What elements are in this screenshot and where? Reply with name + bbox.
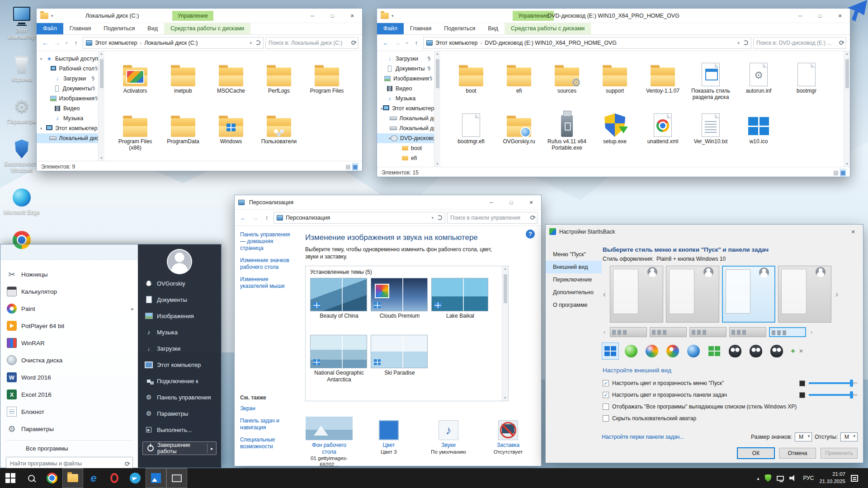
up-button[interactable]: ↑ — [411, 38, 421, 48]
nav-item-Этот компьютер[interactable]: ▾Этот компьютер — [377, 103, 434, 113]
thumbnails-view-icon[interactable]: ▦ — [840, 169, 845, 176]
taskbar-style-tile[interactable] — [689, 327, 726, 337]
personalization-item-screensaver[interactable]: ЗаставкаОтсутствует — [484, 417, 532, 468]
file-item-setup.exe[interactable]: setup.exe — [592, 111, 637, 161]
minimize-button[interactable]: ─ — [790, 9, 810, 23]
taskbar-chrome[interactable] — [42, 468, 62, 488]
tab-Вид[interactable]: Вид — [141, 23, 164, 34]
style-tile[interactable] — [666, 266, 719, 323]
nav-item-Этот компьютер[interactable]: ▾Этот компьютер — [37, 123, 98, 133]
start-menu-item-Калькулятор[interactable]: Калькулятор — [0, 283, 138, 300]
file-item-autorun.inf[interactable]: autorun.inf — [736, 60, 781, 111]
checkbox[interactable]: ✓ — [603, 392, 609, 398]
nav-item-Музыка[interactable]: Музыка — [377, 94, 434, 103]
start-button-option-alien2[interactable] — [747, 343, 764, 360]
address-bar[interactable]: Персонализация ▾ — [274, 212, 445, 224]
drive-tools-badge[interactable]: Управление — [172, 11, 213, 21]
add-start-button-icon[interactable]: + — [791, 347, 795, 356]
address-bar[interactable]: Этот компьютер › DVD-дисковод (E:) WIN10… — [423, 37, 751, 49]
taskbar-style-tile[interactable] — [610, 327, 647, 337]
desktop-icon-edge[interactable]: Microsoft Edge — [2, 187, 42, 216]
desktop-icon-this-pc[interactable]: Этот компьютер — [2, 5, 42, 41]
breadcrumb-current[interactable]: Локальный диск (C:) — [144, 40, 198, 46]
address-dropdown-icon[interactable]: ▾ — [250, 41, 252, 45]
up-button[interactable]: ↑ — [262, 212, 272, 223]
taskbar-telegram[interactable] — [125, 468, 146, 488]
start-menu-right-Загрузки[interactable]: Загрузки — [138, 340, 221, 357]
desktop-icon-recycle-bin[interactable]: Корзина — [2, 54, 42, 83]
see-also-link[interactable]: Экран — [240, 405, 294, 412]
shutdown-options-icon[interactable]: ▸ — [208, 446, 216, 451]
sidebar-link[interactable]: Изменение значков рабочего стола — [240, 257, 294, 271]
slider-thumb[interactable] — [850, 380, 853, 387]
sidebar-link[interactable]: Панель управления — домашняя страница — [240, 231, 294, 252]
next-taskbar-styles-icon[interactable]: › — [809, 329, 814, 335]
thumbnails-view-icon[interactable]: ▦ — [353, 164, 358, 170]
titlebar[interactable]: ▾ Управление DVD-дисковод (E:) WIN10_X64… — [377, 9, 850, 23]
start-button-option-sphere-blue[interactable] — [685, 343, 702, 360]
taskbar-style-tile[interactable] — [769, 327, 806, 337]
minimize-button[interactable]: ─ — [302, 9, 322, 23]
file-item-OVGorskiy.ru[interactable]: OVGorskiy.ru — [496, 111, 542, 161]
nav-item-Музыка[interactable]: Музыка — [37, 113, 98, 123]
start-menu-item-Параметры[interactable]: Параметры — [0, 420, 138, 437]
nav-item-Видео[interactable]: Видео — [37, 103, 98, 113]
volume-tray-icon[interactable] — [789, 475, 797, 481]
start-button-option-alien1[interactable] — [726, 343, 744, 360]
personalization-item-color[interactable]: ЦветЦвет 3 — [365, 417, 413, 468]
file-item-Windows[interactable]: Windows — [208, 111, 254, 161]
start-button[interactable] — [0, 468, 21, 488]
theme-National Geographic Antarctica[interactable]: National Geographic Antarctica — [310, 335, 368, 392]
taskbar-photos[interactable] — [146, 468, 166, 488]
start-button-option-win10[interactable] — [602, 343, 619, 360]
transparency-slider[interactable] — [809, 394, 858, 396]
style-tile[interactable] — [722, 266, 775, 323]
file-item-boot[interactable]: boot — [448, 60, 494, 111]
prev-styles-icon[interactable]: ‹ — [602, 290, 607, 299]
start-menu-right-Подключение к[interactable]: Подключение к — [138, 373, 221, 389]
nav-item-efi[interactable]: efi — [377, 153, 434, 163]
theme-Ski Paradise[interactable]: Ski Paradise — [371, 335, 429, 392]
maximize-button[interactable]: □ — [810, 9, 830, 23]
refresh-icon[interactable] — [437, 215, 442, 220]
cancel-button[interactable]: Отмена — [779, 448, 816, 459]
up-button[interactable]: ↑ — [71, 38, 81, 48]
start-menu-right-Этот компьютер[interactable]: Этот компьютер — [138, 357, 221, 373]
search-box[interactable]: Поиск в: Локальный диск (C:) — [265, 37, 359, 49]
start-menu-item-Excel 2016[interactable]: Excel 2016 — [0, 386, 138, 403]
nav-item-Документы[interactable]: Документы — [37, 84, 98, 94]
search-box[interactable]: Поиск в: DVD-дисковод (E:) ... — [753, 37, 846, 49]
icon-size-dropdown[interactable]: М — [795, 432, 812, 441]
titlebar[interactable]: ▾ Локальный диск (C:) Управление ─ □ ✕ — [37, 9, 362, 23]
theme-Lake Baikal[interactable]: Lake Baikal — [431, 278, 489, 335]
clock[interactable]: 21:07 21.10.2025 — [819, 471, 845, 485]
theme-Beauty of China[interactable]: Beauty of China — [310, 278, 368, 335]
close-button[interactable]: ✕ — [342, 9, 362, 23]
address-dropdown-icon[interactable]: ▾ — [431, 216, 434, 220]
start-menu-right-Музыка[interactable]: Музыка — [138, 324, 221, 340]
nav-item-Локальный дис[interactable]: Локальный дис — [377, 113, 434, 123]
scrollbar-thumb[interactable] — [504, 274, 507, 303]
maximize-button[interactable]: □ — [322, 9, 342, 23]
slider-thumb[interactable] — [850, 391, 853, 399]
tab-Файл[interactable]: Файл — [377, 23, 404, 34]
tab-Средства работы с дисками[interactable]: Средства работы с дисками — [505, 23, 591, 34]
maximize-button[interactable]: □ — [501, 195, 521, 210]
close-button[interactable]: ✕ — [830, 9, 850, 23]
close-button[interactable]: ✕ — [521, 195, 541, 210]
file-list-scrollbar[interactable]: ▲▼ — [844, 51, 850, 167]
address-dropdown-icon[interactable]: ▾ — [737, 41, 740, 45]
themes-scrollbar[interactable]: ▲▼ — [502, 266, 508, 401]
tab-Вид[interactable]: Вид — [481, 23, 505, 34]
recent-locations-icon[interactable]: ▾ — [64, 38, 69, 48]
breadcrumb-current[interactable]: Персонализация — [286, 215, 330, 221]
file-item-Program Files (x86)[interactable]: Program Files (x86) — [113, 111, 158, 161]
start-menu-right-Параметры[interactable]: Параметры — [138, 405, 221, 422]
file-item-Ventoy-1.1.07[interactable]: Ventoy-1.1.07 — [640, 60, 685, 111]
nav-scrollbar[interactable]: ▲▼ — [434, 51, 440, 167]
recent-locations-icon[interactable]: ▾ — [404, 38, 410, 48]
nav-item-Локальный дис[interactable]: Локальный дис — [37, 133, 98, 143]
titlebar[interactable]: Персонализация ─ □ ✕ — [235, 195, 541, 210]
qat-customize-icon[interactable]: ▾ — [51, 14, 53, 18]
prev-taskbar-styles-icon[interactable]: ‹ — [602, 329, 607, 335]
